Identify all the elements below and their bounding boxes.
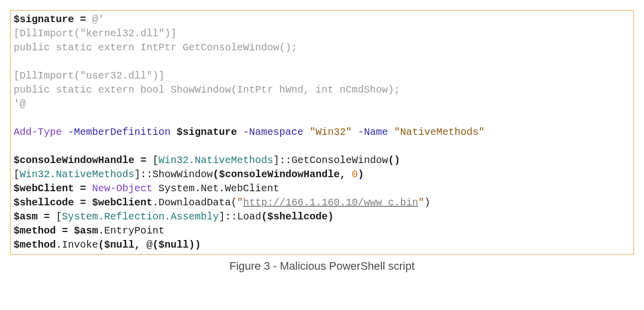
string-win32: "Win32" [309,126,352,138]
method-invoke: .Invoke [56,239,98,251]
var-shellcode: $shellcode [14,197,74,208]
static-call: ::ShowWindow [140,169,213,180]
bracket: [ [152,154,158,166]
var-method: $method [14,225,56,237]
paren: ) [195,239,201,251]
param-namespace: -Namespace [237,126,309,138]
figure-caption: Figure 3 - Malicious PowerShell script [10,260,634,273]
var-asm-ref: $asm [74,225,98,237]
number-zero: 0 [352,169,358,180]
quote: " [237,197,243,208]
type-assembly: System.Reflection.Assembly [62,211,219,222]
type-webclient: System.Net.WebClient [152,183,279,194]
paren: ) [358,169,364,180]
code-block: $signature = @' [DllImport("kernel32.dll… [10,10,634,255]
herestring-end: '@ [14,98,26,110]
bracket: ] [134,169,140,180]
cmdlet-addtype: Add-Type [14,126,62,138]
assign-op: = [134,154,152,166]
static-call: ::Load [225,211,261,222]
bracket: [ [14,169,20,180]
var-webclient-ref: $webClient [92,197,152,208]
var-signature: $signature [14,14,74,25]
param-name: -Name [352,126,394,138]
paren: ( [213,169,219,180]
assign-op: = [74,183,92,194]
paren: ( [261,211,267,222]
string-nativemethods: "NativeMethods" [394,126,485,138]
property-entrypoint: .EntryPoint [98,225,165,237]
quote: " [418,197,424,208]
herestring-start: @' [92,14,104,25]
herestring-line: [DllImport("kernel32.dll")] [14,28,177,39]
assign-op: = [56,225,74,237]
param-memberdef: -MemberDefinition [62,126,177,138]
var-consolewindowhandle: $consoleWindowHandle [14,154,134,166]
bracket: [ [56,211,62,222]
static-call: ::GetConsoleWindow [279,154,388,166]
type-win32native: Win32.NativeMethods [158,154,273,166]
comma: , [134,239,146,251]
method-downloaddata: .DownloadData( [152,197,237,208]
herestring-line: public static extern bool ShowWindow(Int… [14,84,400,96]
cmdlet-newobject: New-Object [92,183,152,194]
var-webclient: $webClient [14,183,74,194]
var-asm: $asm [14,211,38,222]
var-method-ref: $method [14,239,56,251]
paren: ) [189,239,195,251]
bracket: ] [219,211,225,222]
paren: ) [328,211,334,222]
assign-op: = [38,211,56,222]
paren: ( [98,239,104,251]
type-win32native: Win32.NativeMethods [20,169,134,180]
paren: ) [424,197,430,208]
var-null: $null [158,239,189,251]
paren: () [388,154,400,166]
herestring-line: [DllImport("user32.dll")] [14,70,165,82]
assign-op: = [74,197,92,208]
comma: , [340,169,352,180]
paren: ( [152,239,158,251]
var-signature-ref: $signature [177,126,237,138]
array-op: @ [146,239,152,251]
var-arg: $consoleWindowHandle [219,169,340,180]
var-null: $null [104,239,134,251]
var-shellcode-ref: $shellcode [267,211,328,222]
assign-op: = [74,14,92,25]
bracket: ] [273,154,279,166]
herestring-line: public static extern IntPtr GetConsoleWi… [14,42,297,53]
url-string: http://166.1.160.10/www_c.bin [243,197,418,208]
